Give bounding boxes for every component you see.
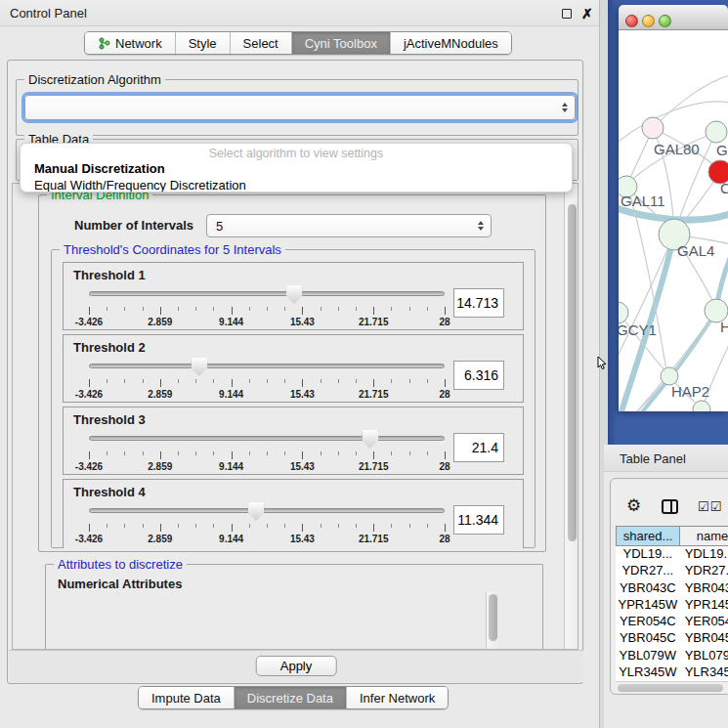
network-node-label: GAL11 xyxy=(621,193,665,209)
close-icon[interactable]: ✗ xyxy=(581,6,593,21)
network-canvas[interactable]: GAL80GACGAL11GAL4GCY1HHAP2 xyxy=(619,30,728,411)
attributes-list-scrollbar[interactable] xyxy=(486,592,497,650)
network-node-gcy1[interactable] xyxy=(619,302,628,323)
slider-track[interactable] xyxy=(89,364,445,368)
slider-track[interactable] xyxy=(89,436,445,441)
threshold-2-value-field[interactable]: 6.316 xyxy=(453,361,504,390)
table-row[interactable]: YBR045CYBR045C xyxy=(616,630,728,647)
tick-label: 9.144 xyxy=(219,389,243,400)
network-node-label: GA xyxy=(716,142,728,158)
network-node-label: HAP2 xyxy=(671,383,709,400)
slider-track[interactable] xyxy=(89,291,445,296)
table-row[interactable]: YDL19...YDL19... xyxy=(616,546,728,563)
table-cell[interactable]: YDR27... xyxy=(680,563,728,579)
columns-icon[interactable] xyxy=(662,499,678,514)
slider-thumb[interactable] xyxy=(362,430,378,449)
threshold-1-value-field[interactable]: 14.713 xyxy=(453,288,504,318)
table-row[interactable]: YER054CYER054C xyxy=(616,614,728,630)
slider-thumb[interactable] xyxy=(191,358,207,376)
interval-definition-group: Interval Definition Number of Intervals … xyxy=(38,194,546,552)
control-panel-titlebar: Control Panel ✗ xyxy=(0,0,599,26)
network-window-titlebar[interactable] xyxy=(619,5,728,30)
threshold-4-slider[interactable]: -3.4262.8599.14415.4321.71528 xyxy=(89,503,445,546)
table-cell[interactable]: YBR043C xyxy=(616,580,680,597)
attributes-scrollbar-thumb[interactable] xyxy=(489,594,497,641)
slider-tick-labels: -3.4262.8599.14415.4321.71528 xyxy=(89,317,445,328)
cyni-settings-panel: Discretization Algorithm Select algorith… xyxy=(7,60,583,684)
popup-option-manual-discretization[interactable]: Manual Discretization xyxy=(21,160,572,177)
network-icon xyxy=(98,37,110,50)
threshold-2-slider[interactable]: -3.4262.8599.14415.4321.71528 xyxy=(89,359,445,402)
table-cell[interactable]: YLR345W xyxy=(616,664,680,681)
gear-icon[interactable]: ⚙ xyxy=(626,495,641,515)
table-cell[interactable]: YDL19... xyxy=(616,546,680,563)
threshold-4-value-field[interactable]: 11.344 xyxy=(453,505,504,535)
slider-tick-labels: -3.4262.8599.14415.4321.71528 xyxy=(89,534,445,545)
column-header-name[interactable]: name xyxy=(680,526,728,546)
table-cell[interactable]: YBL079W xyxy=(680,648,728,664)
tab-network[interactable]: Network xyxy=(85,32,176,54)
table-cell[interactable]: YDL19... xyxy=(680,546,728,563)
table-row[interactable]: YDR27...YDR27... xyxy=(616,563,728,579)
cyni-mode-tab-bar: Impute Data Discretize Data Infer Networ… xyxy=(138,686,449,709)
slider-track[interactable] xyxy=(89,508,445,513)
table-cell[interactable]: YLR345W xyxy=(680,664,728,681)
network-node-label: GAL80 xyxy=(654,141,700,157)
threshold-3-label: Threshold 3 xyxy=(73,412,146,427)
network-node-gal80[interactable] xyxy=(642,117,664,139)
slider-thumb[interactable] xyxy=(248,502,265,521)
tick-label: 15.43 xyxy=(290,389,315,400)
threshold-3-slider[interactable]: -3.4262.8599.14415.4321.71528 xyxy=(89,431,445,474)
table-row[interactable]: YBL079WYBL079W xyxy=(616,648,728,664)
network-edge[interactable] xyxy=(619,409,702,411)
network-edge[interactable] xyxy=(619,235,674,363)
threshold-4-label: Threshold 4 xyxy=(73,485,146,499)
tick-label: 15.43 xyxy=(290,534,315,544)
table-row[interactable]: YBR043CYBR043C xyxy=(616,580,728,597)
minimize-traffic-light-icon[interactable] xyxy=(642,15,655,27)
window-title: Control Panel xyxy=(10,6,87,21)
select-columns-checkboxes-icon[interactable]: ☑☑ xyxy=(698,499,722,514)
tick-label: 9.144 xyxy=(219,461,243,472)
tab-jactivemnodules[interactable]: jActiveMNodules xyxy=(391,32,511,54)
threshold-1-panel: Threshold 1 -3.4262.8599.14415.4321.7152… xyxy=(63,262,524,330)
column-header-shared-name[interactable]: shared... xyxy=(616,526,680,546)
threshold-1-slider[interactable]: -3.4262.8599.14415.4321.71528 xyxy=(89,286,445,329)
close-traffic-light-icon[interactable] xyxy=(625,15,638,27)
tab-style[interactable]: Style xyxy=(176,32,231,54)
algorithm-combobox[interactable] xyxy=(24,95,576,120)
table-cell[interactable]: YER054C xyxy=(616,614,680,630)
tab-impute-data-label: Impute Data xyxy=(151,691,221,706)
table-panel-title: Table Panel xyxy=(620,451,686,466)
table-cell[interactable]: YDR27... xyxy=(616,563,680,579)
table-cell[interactable]: YBR045C xyxy=(616,630,680,647)
tab-infer-network[interactable]: Infer Network xyxy=(347,687,448,708)
table-horizontal-scrollbar[interactable] xyxy=(616,681,728,692)
table-row[interactable]: YLR345WYLR345W xyxy=(616,664,728,681)
tab-select[interactable]: Select xyxy=(231,32,292,54)
table-cell[interactable]: YBL079W xyxy=(616,648,680,664)
table-cell[interactable]: YBR045C xyxy=(680,630,728,647)
popup-option-equal-width-frequency[interactable]: Equal Width/Frequency Discretization xyxy=(21,177,572,193)
settings-scrollbar[interactable] xyxy=(564,184,578,649)
apply-button[interactable]: Apply xyxy=(256,656,337,676)
table-cell[interactable]: YPR145W xyxy=(680,597,728,614)
tab-cyni-toolbox[interactable]: Cyni Toolbox xyxy=(292,32,391,54)
table-row[interactable]: YPR145WYPR145W xyxy=(616,597,728,614)
zoom-traffic-light-icon[interactable] xyxy=(659,15,671,27)
slider-ticks xyxy=(89,307,446,315)
float-window-icon[interactable] xyxy=(562,9,572,19)
table-cell[interactable]: YBR043C xyxy=(680,580,728,597)
tab-impute-data[interactable]: Impute Data xyxy=(139,687,235,708)
tab-discretize-data[interactable]: Discretize Data xyxy=(235,687,347,708)
settings-scrollbar-thumb[interactable] xyxy=(568,204,577,541)
threshold-3-value-field[interactable]: 21.4 xyxy=(453,433,504,462)
tick-label: 2.859 xyxy=(148,461,172,472)
network-node-top-right[interactable] xyxy=(706,121,727,143)
threshold-4-panel: Threshold 4 -3.4262.8599.14415.4321.7152… xyxy=(63,479,524,548)
table-cell[interactable]: YER054C xyxy=(680,614,728,630)
table-hscrollbar-thumb[interactable] xyxy=(618,684,723,692)
table-cell[interactable]: YPR145W xyxy=(616,597,680,614)
number-of-intervals-combobox[interactable]: 5 xyxy=(206,214,492,237)
slider-thumb[interactable] xyxy=(286,285,303,304)
